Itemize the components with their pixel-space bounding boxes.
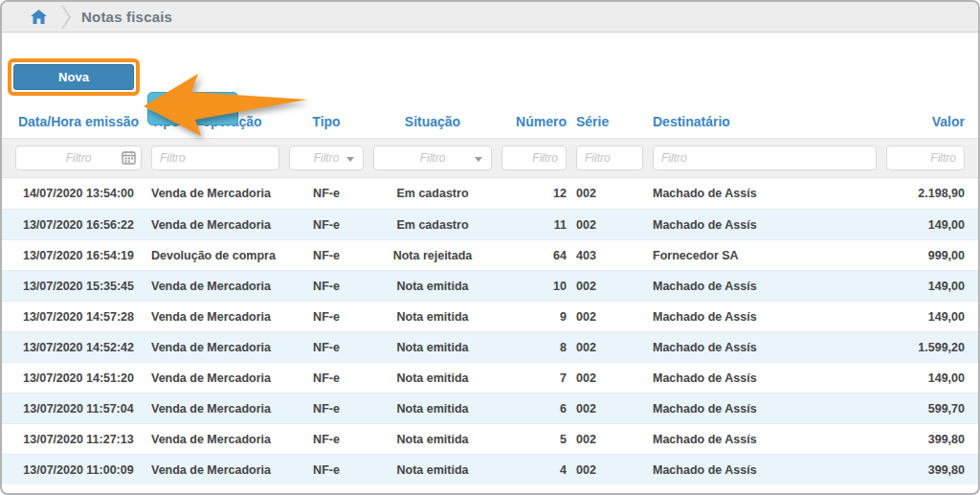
cell-numero: 10: [501, 280, 567, 293]
valor-filter-input[interactable]: [886, 146, 965, 170]
situacao-filter-select[interactable]: Filtro: [373, 146, 492, 170]
cell-serie: 002: [576, 218, 643, 232]
cell-destinatario: Machado de Assís: [653, 280, 877, 293]
cell-valor: 149,00: [886, 218, 965, 232]
cell-tipo-operacao: Venda de Mercadoria: [151, 187, 279, 200]
cell-tipo-operacao: Venda de Mercadoria: [151, 402, 279, 416]
situacao-filter-placeholder: Filtro: [420, 151, 446, 165]
caret-down-icon: [346, 157, 354, 162]
table-row[interactable]: 13/07/2020 16:54:19 Devolução de compra …: [2, 239, 978, 270]
table-row[interactable]: 13/07/2020 14:51:20 Venda de Mercadoria …: [2, 362, 978, 393]
col-header-numero[interactable]: Número: [501, 114, 567, 129]
cell-tipo-operacao: Devolução de compra: [151, 249, 279, 262]
cell-data-hora: 13/07/2020 16:54:19: [15, 249, 142, 262]
cell-serie: 002: [576, 463, 643, 477]
cell-valor: 599,70: [886, 402, 965, 416]
cell-data-hora: 13/07/2020 14:57:28: [15, 310, 142, 324]
cell-situacao: Nota emitida: [373, 463, 492, 477]
cell-tipo-operacao: Venda de Mercadoria: [151, 218, 279, 232]
cell-valor: 399,80: [886, 433, 965, 446]
cell-data-hora: 13/07/2020 15:35:45: [15, 280, 142, 293]
cell-numero: 11: [501, 218, 567, 232]
cell-data-hora: 13/07/2020 11:27:13: [15, 433, 142, 446]
cell-serie: 403: [576, 249, 643, 262]
table-row[interactable]: 13/07/2020 11:27:13 Venda de Mercadoria …: [2, 423, 978, 454]
cell-tipo-operacao: Venda de Mercadoria: [151, 310, 279, 324]
col-header-destinatario[interactable]: Destinatário: [653, 114, 877, 129]
cell-numero: 64: [501, 249, 567, 262]
tipo-filter-select[interactable]: Filtro: [289, 146, 364, 170]
filter-row: Filtro Filtro: [2, 138, 978, 178]
cell-tipo: NF-e: [289, 341, 364, 354]
cell-numero: 8: [501, 341, 567, 354]
col-header-serie[interactable]: Série: [576, 114, 643, 129]
table-row[interactable]: 14/07/2020 13:54:00 Venda de Mercadoria …: [2, 178, 978, 209]
cell-tipo: NF-e: [289, 402, 364, 416]
cell-valor: 149,00: [886, 371, 965, 385]
table-row[interactable]: 13/07/2020 14:57:28 Venda de Mercadoria …: [2, 301, 978, 331]
cell-tipo: NF-e: [289, 310, 364, 324]
home-icon[interactable]: [31, 10, 47, 25]
cell-destinatario: Machado de Assís: [653, 187, 877, 200]
cell-destinatario: Fornecedor SA: [653, 249, 877, 262]
cell-destinatario: Machado de Assís: [653, 310, 877, 324]
cell-situacao: Nota emitida: [373, 433, 492, 446]
col-header-situacao[interactable]: Situação: [373, 114, 492, 129]
cell-situacao: Nota emitida: [373, 371, 492, 385]
table-row[interactable]: 13/07/2020 16:56:22 Venda de Mercadoria …: [2, 209, 978, 239]
cell-situacao: Nota emitida: [373, 341, 492, 354]
serie-filter-input[interactable]: [576, 146, 643, 170]
chevron-right-icon: [60, 5, 72, 30]
cell-tipo: NF-e: [289, 218, 364, 232]
cell-data-hora: 13/07/2020 14:52:42: [15, 341, 142, 354]
secondary-button[interactable]: [147, 92, 238, 125]
cell-numero: 5: [501, 433, 567, 446]
cell-tipo: NF-e: [289, 187, 364, 200]
cell-data-hora: 13/07/2020 14:51:20: [15, 371, 142, 385]
tipo-operacao-filter-input[interactable]: [151, 146, 279, 170]
cell-tipo: NF-e: [289, 280, 364, 293]
table-row[interactable]: 13/07/2020 11:57:04 Venda de Mercadoria …: [2, 393, 978, 423]
cell-valor: 399,80: [886, 463, 965, 477]
cell-situacao: Nota emitida: [373, 310, 492, 324]
cell-situacao: Nota rejeitada: [373, 249, 492, 262]
cell-serie: 002: [576, 310, 643, 324]
cell-valor: 149,00: [886, 310, 965, 324]
destinatario-filter-input[interactable]: [653, 146, 877, 170]
app-window: Notas fiscais Nova Data/Hora emissão Tip…: [0, 0, 980, 495]
cell-tipo-operacao: Venda de Mercadoria: [151, 341, 279, 354]
page-title: Notas fiscais: [81, 9, 172, 25]
cell-destinatario: Machado de Assís: [653, 371, 877, 385]
numero-filter-input[interactable]: [501, 146, 567, 170]
col-header-tipo[interactable]: Tipo: [289, 114, 364, 129]
cell-destinatario: Machado de Assís: [653, 463, 877, 477]
breadcrumb: Notas fiscais: [2, 2, 978, 33]
nova-button[interactable]: Nova: [13, 64, 134, 90]
table-row[interactable]: 13/07/2020 11:00:09 Venda de Mercadoria …: [2, 454, 978, 484]
cell-numero: 6: [501, 402, 567, 416]
cell-situacao: Em cadastro: [373, 187, 492, 200]
cell-data-hora: 13/07/2020 16:56:22: [15, 218, 142, 232]
tipo-filter-placeholder: Filtro: [314, 151, 340, 165]
caret-down-icon: [475, 157, 482, 162]
table-row[interactable]: 13/07/2020 15:35:45 Venda de Mercadoria …: [2, 270, 978, 301]
cell-numero: 12: [501, 187, 567, 200]
cell-tipo-operacao: Venda de Mercadoria: [151, 371, 279, 385]
cell-valor: 2.198,90: [886, 187, 965, 200]
cell-destinatario: Machado de Assís: [653, 341, 877, 354]
table-body: 14/07/2020 13:54:00 Venda de Mercadoria …: [2, 178, 978, 484]
cell-serie: 002: [576, 371, 643, 385]
toolbar: Nova: [2, 33, 978, 105]
cell-destinatario: Machado de Assís: [653, 218, 877, 232]
col-header-data-hora[interactable]: Data/Hora emissão: [15, 114, 142, 129]
cell-tipo: NF-e: [289, 463, 364, 477]
cell-valor: 1.599,20: [886, 341, 965, 354]
table-row[interactable]: 13/07/2020 14:52:42 Venda de Mercadoria …: [2, 331, 978, 362]
cell-destinatario: Machado de Assís: [653, 402, 877, 416]
cell-tipo-operacao: Venda de Mercadoria: [151, 463, 279, 477]
cell-tipo-operacao: Venda de Mercadoria: [151, 433, 279, 446]
cell-numero: 7: [501, 371, 567, 385]
calendar-icon[interactable]: [122, 150, 136, 169]
col-header-valor[interactable]: Valor: [886, 114, 965, 129]
cell-serie: 002: [576, 402, 643, 416]
